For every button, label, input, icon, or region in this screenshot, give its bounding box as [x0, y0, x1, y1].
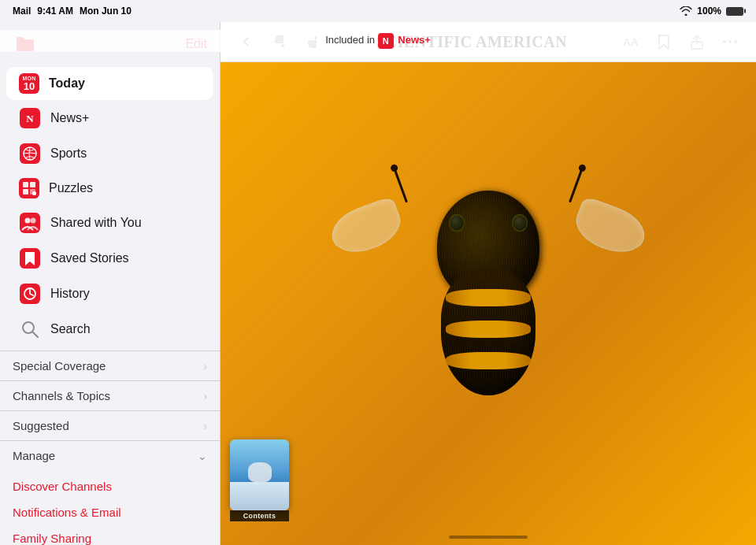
special-coverage-item[interactable]: Special Coverage ›	[0, 350, 220, 380]
sidebar: Edit MON 10 Today N	[0, 22, 220, 545]
included-text: Included in	[325, 34, 375, 46]
sidebar-item-sports[interactable]: Sports	[6, 136, 213, 171]
today-icon: MON 10	[19, 73, 39, 94]
app-container: Edit MON 10 Today N	[0, 22, 756, 545]
thumbnail-container[interactable]: Contents	[230, 439, 289, 521]
saved-icon	[19, 247, 41, 269]
sidebar-item-history[interactable]: History	[6, 276, 213, 311]
puzzles-label: Puzzles	[49, 181, 93, 195]
thumbnail-image	[230, 439, 289, 510]
sidebar-item-shared[interactable]: Shared with You	[6, 206, 213, 240]
bee-body	[386, 191, 591, 443]
shared-icon	[19, 212, 41, 234]
svg-rect-6	[30, 182, 35, 187]
newsplus-icon: N	[19, 107, 41, 129]
svg-rect-5	[23, 182, 28, 187]
svg-point-11	[25, 218, 31, 224]
status-time: 9:41 AM	[37, 6, 73, 17]
eye-left	[449, 214, 465, 232]
channels-topics-item[interactable]: Channels & Topics ›	[0, 380, 220, 410]
suggested-item[interactable]: Suggested ›	[0, 410, 220, 440]
sports-label: Sports	[50, 146, 87, 161]
battery-icon	[726, 7, 743, 16]
svg-point-12	[31, 218, 36, 224]
svg-rect-4	[19, 178, 39, 198]
bee-container: Contents	[220, 62, 756, 545]
status-app: Mail	[13, 6, 31, 17]
chevron-right-icon-2: ›	[203, 390, 207, 402]
wing-left	[325, 195, 406, 260]
wing-right	[569, 195, 650, 260]
antenna-right	[569, 169, 583, 202]
shared-label: Shared with You	[50, 216, 142, 230]
svg-point-9	[32, 191, 36, 195]
svg-line-17	[33, 332, 39, 338]
newsplus-badge-icon: N	[378, 33, 394, 49]
chevron-down-icon: ⌄	[198, 450, 207, 462]
sidebar-item-newsplus[interactable]: N News+	[6, 101, 213, 135]
battery-percent: 100%	[697, 6, 721, 17]
status-bar: Mail 9:41 AM Mon Jun 10 100%	[0, 0, 756, 22]
svg-rect-7	[23, 189, 28, 195]
sidebar-item-puzzles[interactable]: Puzzles	[6, 172, 213, 205]
newsplus-label: News+	[50, 111, 89, 125]
scroll-indicator	[449, 536, 528, 539]
svg-text:N: N	[26, 113, 34, 124]
manage-section: Manage ⌄ Discover Channels Notifications…	[0, 440, 220, 545]
search-label: Search	[50, 322, 91, 336]
newsplus-badge-label: News+	[398, 34, 431, 46]
section-items: Special Coverage › Channels & Topics › S…	[0, 350, 220, 440]
notifications-email-item[interactable]: Notifications & Email	[0, 499, 220, 525]
manage-label: Manage	[13, 449, 55, 462]
chevron-right-icon-3: ›	[203, 420, 207, 432]
sports-icon	[19, 143, 41, 165]
family-sharing-item[interactable]: Family Sharing	[0, 525, 220, 545]
special-coverage-label: Special Coverage	[13, 359, 106, 373]
content-area: SCIENTIFIC AMERICAN AA	[220, 22, 756, 545]
bee-abdomen	[441, 269, 536, 395]
newsplus-badge: Included in N News+	[220, 30, 756, 52]
sidebar-item-search[interactable]: Search	[6, 312, 213, 347]
suggested-label: Suggested	[13, 419, 69, 432]
antenna-left	[394, 169, 408, 202]
sidebar-item-saved[interactable]: Saved Stories	[6, 241, 213, 276]
eye-right	[512, 214, 528, 232]
puzzles-icon	[19, 178, 39, 198]
history-icon	[19, 283, 41, 305]
status-date: Mon Jun 10	[80, 6, 132, 17]
history-label: History	[50, 287, 90, 301]
article-image: Contents	[220, 62, 756, 545]
today-label: Today	[49, 76, 85, 91]
chevron-right-icon: ›	[203, 360, 207, 373]
manage-header[interactable]: Manage ⌄	[0, 441, 220, 470]
nav-section: MON 10 Today N News+	[0, 63, 220, 350]
saved-label: Saved Stories	[50, 251, 129, 265]
search-icon	[19, 318, 41, 340]
channels-topics-label: Channels & Topics	[13, 389, 110, 402]
svg-rect-2	[20, 143, 40, 164]
manage-items: Discover Channels Notifications & Email …	[0, 470, 220, 545]
sidebar-item-today[interactable]: MON 10 Today	[6, 67, 213, 100]
thumbnail-label: Contents	[230, 510, 289, 521]
discover-channels-item[interactable]: Discover Channels	[0, 473, 220, 499]
wifi-icon	[680, 6, 692, 16]
